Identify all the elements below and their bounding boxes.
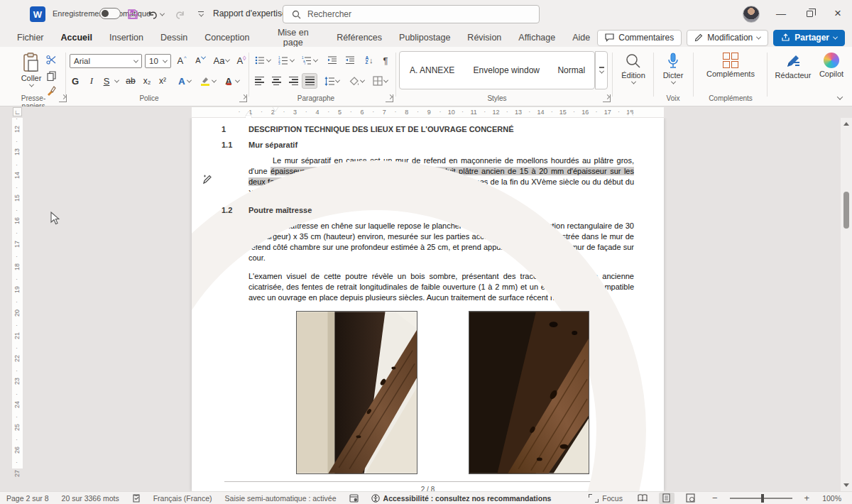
borders-button[interactable] — [368, 74, 391, 88]
font-color-button[interactable]: A — [221, 74, 242, 88]
font-group-label: Police — [121, 94, 178, 102]
style-item[interactable]: Envelope window — [464, 52, 548, 89]
read-mode-button[interactable] — [635, 493, 650, 504]
zoom-in-button[interactable]: + — [798, 492, 816, 504]
account-avatar[interactable] — [743, 6, 760, 23]
font-dialog-launcher[interactable] — [239, 94, 247, 102]
redo-button[interactable] — [170, 6, 189, 23]
minimize-button[interactable]: — — [767, 0, 795, 27]
quick-access-more-button[interactable] — [192, 6, 210, 23]
outdent-icon — [327, 56, 337, 65]
accessibility-status[interactable]: Accessibilité : consultez nos recommanda… — [365, 492, 558, 504]
shrink-font-button[interactable]: A — [193, 53, 207, 67]
horizontal-ruler[interactable]: 123456789101112131415161718 — [0, 106, 852, 118]
scroll-down-arrow[interactable] — [843, 483, 849, 487]
vertical-scrollbar[interactable] — [841, 118, 852, 491]
multilevel-list-button[interactable]: 1ai — [299, 53, 320, 67]
italic-button[interactable]: I — [84, 74, 99, 88]
copilot-inline-edit-button[interactable] — [202, 173, 213, 185]
copy-button[interactable] — [44, 69, 58, 83]
vertical-ruler[interactable]: 12131415161718192021222324252627 — [12, 118, 23, 469]
save-button[interactable] — [124, 6, 142, 23]
subscript-button[interactable]: x₂ — [140, 74, 154, 88]
line-spacing-button[interactable] — [321, 74, 342, 88]
focus-mode-button[interactable]: Focus — [582, 492, 629, 504]
sort-button[interactable]: AZ ↓ — [362, 53, 376, 67]
clear-formatting-button[interactable]: A◊ — [234, 53, 248, 67]
show-marks-button[interactable]: ¶ — [378, 53, 393, 67]
heading-text: Mur séparatif — [248, 141, 297, 149]
share-button[interactable]: Partager — [773, 30, 845, 46]
strikethrough-button[interactable]: ab — [124, 74, 138, 88]
undo-button[interactable] — [143, 6, 168, 23]
first-line-indent-marker[interactable] — [273, 107, 278, 111]
justify-button[interactable] — [302, 73, 317, 89]
svg-text:i: i — [305, 62, 305, 65]
beam-photo-1[interactable] — [296, 311, 417, 474]
editing-mode-button[interactable]: Modification — [687, 30, 768, 46]
proofing-status[interactable] — [126, 492, 147, 504]
heading-1-2: 1.2 Poutre maîtresse — [222, 206, 634, 214]
scroll-up-arrow[interactable] — [843, 122, 849, 126]
word-count[interactable]: 20 sur 3366 mots — [55, 492, 126, 504]
bullets-button[interactable] — [252, 53, 273, 67]
document-page[interactable]: 1 DESCRIPTION TECHNIQUE DES LIEUX ET DE … — [192, 118, 664, 491]
editor-suggestions-button[interactable] — [343, 492, 365, 504]
beam-photo-2[interactable] — [469, 311, 589, 474]
zoom-level[interactable]: 100% — [816, 492, 848, 504]
align-right-button[interactable] — [286, 74, 300, 88]
cut-button[interactable] — [44, 53, 58, 67]
highlight-button[interactable] — [197, 74, 219, 88]
styles-gallery-more-button[interactable] — [595, 51, 608, 89]
restore-button[interactable] — [795, 0, 824, 27]
dictate-button[interactable]: Dicter — [657, 51, 689, 86]
tab-stop-selector[interactable]: ∟ — [13, 107, 22, 116]
zoom-slider-thumb[interactable] — [761, 494, 764, 503]
addins-label: Compléments — [706, 70, 755, 78]
language-indicator[interactable]: Français (France) — [147, 492, 219, 504]
shading-button[interactable] — [346, 74, 367, 88]
ruler-number: 9 — [418, 107, 440, 117]
zoom-slider[interactable] — [730, 498, 792, 499]
align-left-button[interactable] — [252, 74, 266, 88]
text-effects-button[interactable]: A — [175, 74, 195, 88]
numbering-button[interactable]: 123 — [275, 53, 297, 67]
search-input[interactable]: Rechercher — [283, 5, 540, 23]
zoom-out-button[interactable]: − — [706, 492, 724, 504]
autosave-toggle[interactable] — [99, 8, 121, 19]
increase-indent-button[interactable] — [343, 53, 357, 67]
align-center-button[interactable] — [269, 74, 283, 88]
font-name-select[interactable]: Arial — [70, 54, 142, 68]
autocomplete-status[interactable]: Saisie semi-automatique : activée — [219, 492, 343, 504]
read-mode-icon — [638, 494, 648, 502]
ribbon: Coller Presse-papiers Arial 10 A^ A Aa A… — [0, 47, 852, 106]
comments-button[interactable]: Commentaires — [597, 30, 682, 46]
close-button[interactable]: × — [824, 0, 852, 27]
web-layout-button[interactable] — [683, 493, 699, 504]
decrease-indent-button[interactable] — [325, 53, 339, 67]
page-indicator[interactable]: Page 2 sur 8 — [0, 492, 55, 504]
paragraph-dialog-launcher[interactable] — [386, 94, 393, 102]
print-layout-button[interactable] — [659, 493, 674, 504]
styles-dialog-launcher[interactable] — [603, 94, 611, 102]
underline-button[interactable]: S — [99, 74, 114, 88]
scrollbar-thumb[interactable] — [843, 192, 849, 229]
style-item[interactable]: A. ANNEXE — [400, 52, 464, 89]
style-item[interactable]: Normal — [547, 52, 594, 89]
copilot-button[interactable]: Copilot — [815, 51, 848, 80]
right-indent-marker[interactable] — [628, 111, 633, 116]
word-logo-icon[interactable]: W — [30, 6, 45, 22]
grow-font-button[interactable]: A^ — [175, 53, 189, 67]
collapse-ribbon-button[interactable] — [834, 91, 846, 105]
addins-button[interactable]: Compléments — [699, 51, 763, 80]
editing-button[interactable]: Édition — [616, 51, 650, 86]
font-size-select[interactable]: 10 — [145, 54, 171, 68]
editor-button[interactable]: Rédacteur — [771, 51, 815, 81]
web-layout-icon — [686, 493, 695, 503]
underline-chevron[interactable] — [112, 74, 121, 88]
bold-button[interactable]: G — [68, 74, 82, 88]
paint-bucket-icon — [349, 77, 359, 86]
change-case-button[interactable]: Aa — [212, 53, 231, 67]
superscript-button[interactable]: x² — [155, 74, 170, 88]
more-chevron-icon — [198, 12, 203, 17]
